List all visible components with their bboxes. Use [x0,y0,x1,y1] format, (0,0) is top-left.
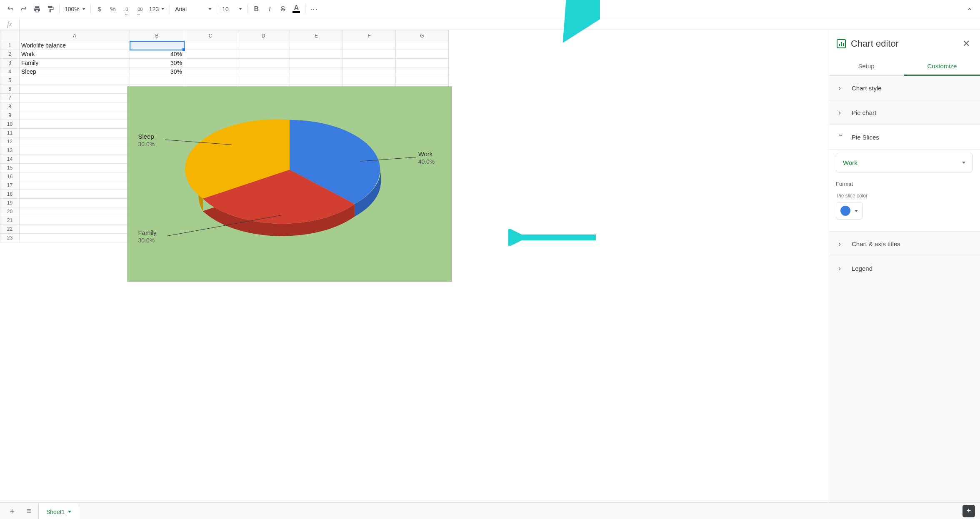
cell-A5[interactable] [20,76,130,85]
row-header-4[interactable]: 4 [0,67,20,76]
cell-D1[interactable] [237,41,290,50]
cell-A21[interactable] [20,216,130,225]
row-header-10[interactable]: 10 [0,120,20,129]
paint-format-button[interactable] [44,3,57,15]
select-all-cell[interactable] [0,30,20,41]
cell-G5[interactable] [396,76,449,85]
cell-A8[interactable] [20,102,130,111]
cell-E1[interactable] [290,41,343,50]
add-sheet-button[interactable]: ＋ [5,505,19,517]
col-header-B[interactable]: B [130,30,184,41]
row-header-1[interactable]: 1 [0,41,20,50]
cell-A23[interactable] [20,234,130,242]
row-header-18[interactable]: 18 [0,190,20,199]
cell-G1[interactable] [396,41,449,50]
row-header-22[interactable]: 22 [0,225,20,234]
cell-A9[interactable] [20,111,130,120]
tab-customize[interactable]: Customize [904,57,980,75]
percent-button[interactable]: % [107,3,119,15]
cell-B3[interactable]: 30% [130,59,184,67]
row-header-9[interactable]: 9 [0,111,20,120]
row-header-7[interactable]: 7 [0,94,20,102]
col-header-F[interactable]: F [343,30,396,41]
cell-E4[interactable] [290,67,343,76]
cell-A11[interactable] [20,129,130,137]
cell-G4[interactable] [396,67,449,76]
close-button[interactable]: ✕ [961,37,972,51]
row-header-15[interactable]: 15 [0,164,20,172]
slice-color-picker[interactable] [836,202,862,220]
row-header-3[interactable]: 3 [0,59,20,67]
font-size-dropdown[interactable]: 10 [220,3,245,15]
cell-B2[interactable]: 40% [130,50,184,59]
currency-button[interactable]: $ [93,3,106,15]
row-header-8[interactable]: 8 [0,102,20,111]
cell-A19[interactable] [20,199,130,207]
cell-F3[interactable] [343,59,396,67]
cell-A10[interactable] [20,120,130,129]
cell-E2[interactable] [290,50,343,59]
more-toolbar-button[interactable]: ⋯ [308,3,320,15]
cell-D4[interactable] [237,67,290,76]
cell-E3[interactable] [290,59,343,67]
cell-A1[interactable]: Work/life balance [20,41,130,50]
cell-A17[interactable] [20,181,130,190]
cell-A14[interactable] [20,155,130,164]
col-header-E[interactable]: E [290,30,343,41]
cell-F2[interactable] [343,50,396,59]
cell-C4[interactable] [184,67,237,76]
undo-button[interactable] [4,3,17,15]
cell-C3[interactable] [184,59,237,67]
cell-D2[interactable] [237,50,290,59]
cell-B4[interactable]: 30% [130,67,184,76]
row-header-12[interactable]: 12 [0,137,20,146]
zoom-dropdown[interactable]: 100% [62,3,88,15]
cell-G3[interactable] [396,59,449,67]
cell-A13[interactable] [20,146,130,155]
slice-select-dropdown[interactable]: Work [836,153,972,172]
spreadsheet-grid[interactable]: ABCDEFG1Work/life balance2Work40%3Family… [0,30,828,502]
text-color-button[interactable]: A [290,3,302,15]
explore-button[interactable] [962,505,975,517]
col-header-A[interactable]: A [20,30,130,41]
section-chart-axis-titles[interactable]: › Chart & axis titles [828,232,980,256]
cell-A4[interactable]: Sleep [20,67,130,76]
cell-D5[interactable] [237,76,290,85]
col-header-C[interactable]: C [184,30,237,41]
cell-A7[interactable] [20,94,130,102]
cell-F1[interactable] [343,41,396,50]
redo-button[interactable] [18,3,30,15]
row-header-21[interactable]: 21 [0,216,20,225]
cell-A20[interactable] [20,207,130,216]
cell-C2[interactable] [184,50,237,59]
section-pie-chart[interactable]: › Pie chart [828,100,980,125]
all-sheets-button[interactable]: ≡ [22,505,36,517]
row-header-13[interactable]: 13 [0,146,20,155]
cell-C1[interactable] [184,41,237,50]
cell-E5[interactable] [290,76,343,85]
strikethrough-button[interactable]: S [277,3,289,15]
cell-A12[interactable] [20,137,130,146]
cell-A15[interactable] [20,164,130,172]
cell-B1[interactable] [130,41,184,50]
cell-G2[interactable] [396,50,449,59]
sheet-tab-sheet1[interactable]: Sheet1 [38,504,79,519]
row-header-17[interactable]: 17 [0,181,20,190]
embedded-pie-chart[interactable]: Work 40.0% Family 30.0% Sleep 30.0% [127,86,452,282]
cell-A16[interactable] [20,172,130,181]
cell-B5[interactable] [130,76,184,85]
cell-A22[interactable] [20,225,130,234]
section-legend[interactable]: › Legend [828,256,980,280]
font-dropdown[interactable]: Arial [172,3,214,15]
row-header-2[interactable]: 2 [0,50,20,59]
tab-setup[interactable]: Setup [828,57,904,75]
row-header-6[interactable]: 6 [0,85,20,94]
col-header-D[interactable]: D [237,30,290,41]
italic-button[interactable]: I [263,3,276,15]
cell-F5[interactable] [343,76,396,85]
cell-A2[interactable]: Work [20,50,130,59]
collapse-toolbar-button[interactable] [963,3,976,15]
row-header-20[interactable]: 20 [0,207,20,216]
cell-A3[interactable]: Family [20,59,130,67]
col-header-G[interactable]: G [396,30,449,41]
